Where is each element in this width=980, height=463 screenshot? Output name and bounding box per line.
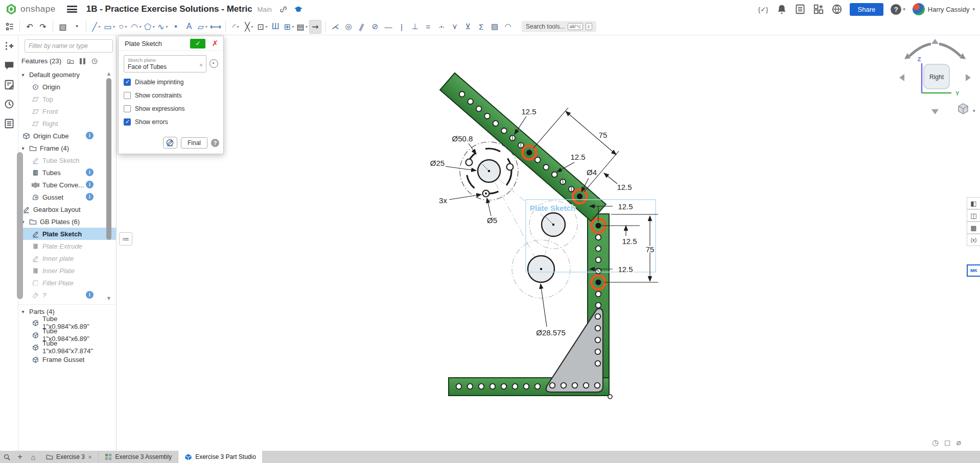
variables-panel-icon[interactable]: (x): [967, 234, 980, 246]
feature-item-inner-plate[interactable]: Inner Plate: [18, 264, 116, 277]
sketch-name-label[interactable]: Plate Sketch: [530, 204, 575, 212]
rotate-left-arrow-icon[interactable]: [899, 74, 904, 81]
render-performance-icon[interactable]: ◷: [932, 438, 939, 447]
feature-item-origin-cube[interactable]: Origin Cube i: [18, 130, 116, 142]
dim-label[interactable]: 75: [599, 131, 608, 139]
dimension-tool[interactable]: ⟷: [209, 20, 222, 34]
feature-item-origin[interactable]: Origin: [18, 81, 116, 93]
feature-item-top-plane[interactable]: Top: [18, 93, 116, 105]
rollback-history-icon[interactable]: [90, 58, 99, 65]
view-options-icon[interactable]: ▾: [959, 104, 975, 114]
scroll-up-icon[interactable]: ▲: [105, 70, 112, 77]
feature-item-default-geometry[interactable]: ▾ Default geometry: [18, 68, 116, 81]
sketch-preview-button[interactable]: [163, 137, 177, 149]
revolve-icon[interactable]: ◔: [70, 20, 82, 34]
clear-selection-icon[interactable]: ×: [199, 62, 203, 69]
checkbox-show-errors[interactable]: Show errors: [124, 118, 218, 126]
fillet-sketch-tool[interactable]: ◜▾: [229, 20, 242, 34]
tab-exercise-3-assembly[interactable]: Exercise 3 Assembly: [99, 451, 178, 463]
feature-item-tube-convert[interactable]: Tube Conve... i: [18, 179, 116, 191]
pattern-tool[interactable]: ⊞▾: [283, 20, 295, 34]
undo-button[interactable]: ↶: [24, 20, 36, 34]
feature-item-gearbox-layout[interactable]: Gearbox Layout: [18, 203, 116, 215]
polygon-tool[interactable]: ⬠▾: [143, 20, 155, 34]
home-tab-icon[interactable]: ⌂: [27, 451, 40, 463]
rotate-down-icon[interactable]: [931, 109, 939, 114]
comment-icon[interactable]: [4, 60, 15, 71]
checkbox-show-expressions[interactable]: Show expressions: [124, 105, 218, 112]
gear-small[interactable]: [512, 240, 570, 298]
point-tool[interactable]: •: [170, 20, 182, 34]
dim-label[interactable]: 12.5: [618, 202, 633, 211]
main-menu-icon[interactable]: [67, 6, 77, 13]
fix-constraint-icon[interactable]: ◠: [502, 20, 514, 34]
share-link-icon[interactable]: [279, 5, 288, 14]
checkbox-disable-imprinting[interactable]: Disable imprinting: [124, 79, 218, 86]
perpendicular-constraint-icon[interactable]: ⊥: [409, 20, 421, 34]
coincident-constraint-icon[interactable]: ⋌: [329, 20, 341, 34]
dim-label[interactable]: Ø25: [430, 159, 445, 167]
history-icon[interactable]: [4, 99, 15, 110]
rollback-bar[interactable]: [17, 152, 23, 299]
redo-button[interactable]: ↷: [37, 20, 49, 34]
account-menu[interactable]: Harry Cassidy ▾: [913, 3, 975, 15]
info-icon[interactable]: i: [86, 193, 94, 201]
extrude-icon[interactable]: ▧: [57, 20, 69, 34]
feature-item-unknown[interactable]: ? i: [18, 289, 116, 301]
info-icon[interactable]: i: [86, 132, 94, 139]
accept-button[interactable]: ✓: [190, 39, 205, 48]
dim-label[interactable]: Ø5: [487, 216, 497, 225]
education-icon[interactable]: [294, 5, 303, 14]
equal-constraint-icon[interactable]: =: [422, 20, 434, 34]
part-item-tube-3[interactable]: Tube 1"x0.984"x7.874": [18, 341, 116, 353]
filter-input[interactable]: [25, 39, 113, 53]
dim-label[interactable]: 12.5: [570, 153, 585, 161]
copy-paste-tool[interactable]: ⊡▾: [256, 20, 268, 34]
tree-scrollbar-thumb[interactable]: [106, 78, 111, 240]
construction-icon[interactable]: ▨: [488, 20, 501, 34]
vertical-constraint-icon[interactable]: |: [395, 20, 408, 34]
feature-item-fillet-plate[interactable]: Fillet Plate: [18, 277, 116, 289]
rectangle-tool[interactable]: ▭▾: [103, 20, 115, 34]
app-store-icon[interactable]: [813, 4, 824, 15]
dim-label[interactable]: Ø28.575: [536, 328, 566, 337]
info-icon[interactable]: i: [86, 291, 94, 299]
import-dxf-tool[interactable]: ▤▾: [296, 20, 308, 34]
symmetric-constraint-icon[interactable]: ⋎: [449, 20, 461, 34]
versions-icon[interactable]: {✓}: [758, 4, 769, 15]
feature-item-gusset[interactable]: Gusset i: [18, 191, 116, 203]
feature-item-front-plane[interactable]: Front: [18, 105, 116, 117]
rotate-right-arrow-icon[interactable]: [966, 74, 971, 81]
dim-label[interactable]: Ø4: [587, 168, 597, 177]
onshape-logo[interactable]: onshape: [5, 3, 56, 15]
task-list-icon[interactable]: [795, 4, 806, 15]
dim-label[interactable]: 12.5: [617, 183, 632, 191]
line-tool[interactable]: ╱▾: [90, 20, 102, 34]
mate-connector-icon[interactable]: [209, 59, 218, 68]
checkbox-show-constraints[interactable]: Show constraints: [124, 92, 218, 99]
notifications-bell-icon[interactable]: [776, 4, 787, 15]
final-button[interactable]: Final: [181, 137, 207, 149]
feature-item-tubes[interactable]: Tubes i: [18, 166, 116, 179]
tab-exercise-3-part-studio[interactable]: Exercise 3 Part Studio: [178, 451, 262, 463]
chevron-down-icon[interactable]: ▾: [20, 145, 26, 151]
circle-tool[interactable]: ○▾: [116, 20, 129, 34]
view-mode-icon[interactable]: ◻: [944, 438, 950, 447]
rotate-left-icon[interactable]: [909, 44, 931, 56]
search-tools[interactable]: Search tools... alt/⌥ c: [522, 21, 596, 32]
view-cube[interactable]: Right Z Y ▾: [890, 32, 980, 121]
sketch-plane-field[interactable]: Sketch plane Face of Tubes ×: [124, 55, 206, 72]
dim-label[interactable]: 12.5: [521, 107, 536, 116]
tab-exercise-3-folder[interactable]: Exercise 3 ✕: [40, 451, 99, 463]
tangent-constraint-icon[interactable]: ⊘: [369, 20, 381, 34]
slot-tool[interactable]: ▱▾: [196, 20, 208, 34]
units-icon[interactable]: ⌀: [956, 438, 961, 447]
gusset-plate[interactable]: [546, 309, 603, 392]
feature-folder-gb-plates[interactable]: ▾ GB Plates (6): [18, 215, 116, 228]
measure-tool[interactable]: ⇝: [309, 20, 321, 34]
feature-folder-frame[interactable]: ▾ Frame (4): [18, 142, 116, 154]
rotate-right-icon[interactable]: [939, 44, 961, 56]
chevron-down-icon[interactable]: ▾: [20, 72, 26, 78]
rotate-up-icon[interactable]: [931, 39, 939, 44]
feature-list-toggle-icon[interactable]: [4, 20, 16, 34]
